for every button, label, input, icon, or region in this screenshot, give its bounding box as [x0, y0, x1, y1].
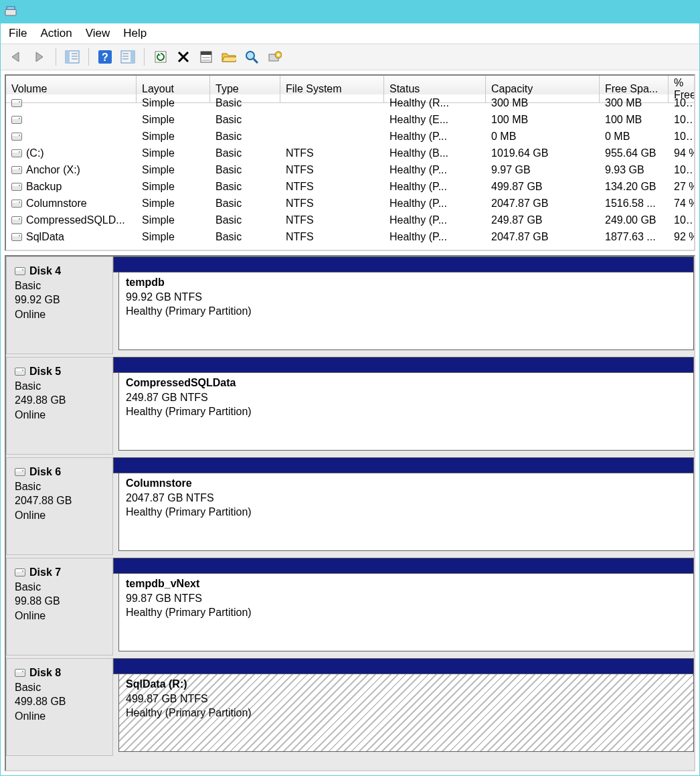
- partition-name: Columnstore: [126, 476, 687, 491]
- volume-name-cell: SqlData: [6, 231, 137, 243]
- disk-partition-bar: [113, 658, 694, 674]
- volume-name-cell: Columnstore: [6, 198, 137, 210]
- disk-type: Basic: [15, 580, 104, 595]
- volume-fs-cell: NTFS: [280, 231, 384, 243]
- volume-row[interactable]: (C:) Simple Basic NTFS Healthy (B... 101…: [6, 145, 694, 161]
- disk-status: Online: [15, 307, 104, 322]
- refresh-button[interactable]: [151, 48, 170, 66]
- svg-point-19: [246, 52, 254, 60]
- partition-name: tempdb: [126, 275, 687, 290]
- properties-button[interactable]: [197, 48, 215, 66]
- volume-capacity-cell: 0 MB: [486, 131, 600, 143]
- volume-name-cell: CompressedSQLD...: [6, 214, 137, 226]
- volume-row[interactable]: Simple Basic Healthy (E... 100 MB 100 MB…: [6, 111, 694, 128]
- disk-partition-area: Columnstore 2047.87 GB NTFS Healthy (Pri…: [113, 457, 694, 555]
- disk-title: Disk 8: [15, 666, 104, 680]
- disk-info[interactable]: Disk 8 Basic 499.88 GB Online: [6, 658, 113, 756]
- disk-info[interactable]: Disk 5 Basic 249.88 GB Online: [6, 357, 113, 455]
- svg-text:?: ?: [102, 52, 108, 63]
- disk-management-window: File Action View Help ? Volume Layout Ty…: [0, 0, 700, 776]
- disk-size: 2047.88 GB: [15, 493, 104, 508]
- volume-layout-cell: Simple: [137, 164, 210, 176]
- drive-icon: [11, 149, 22, 157]
- volume-status-cell: Healthy (P...: [384, 198, 486, 210]
- delete-button[interactable]: [174, 48, 193, 66]
- details-panel-button[interactable]: [118, 48, 137, 66]
- volume-fs-cell: NTFS: [280, 198, 384, 210]
- svg-point-23: [277, 54, 280, 56]
- volume-status-cell: Healthy (P...: [384, 131, 486, 143]
- volume-free-cell: 134.20 GB: [600, 181, 669, 193]
- show-panel-button[interactable]: [63, 48, 82, 66]
- partition-health: Healthy (Primary Partition): [126, 706, 687, 720]
- partition-box[interactable]: CompressedSQLData 249.87 GB NTFS Healthy…: [118, 373, 694, 451]
- volume-row[interactable]: Simple Basic Healthy (P... 0 MB 0 MB 100…: [6, 128, 694, 145]
- titlebar[interactable]: [1, 1, 699, 23]
- partition-size: 99.92 GB NTFS: [126, 290, 687, 305]
- volume-row[interactable]: Columnstore Simple Basic NTFS Healthy (P…: [6, 195, 694, 212]
- partition-health: Healthy (Primary Partition): [126, 605, 687, 620]
- disk-info[interactable]: Disk 7 Basic 99.88 GB Online: [6, 558, 113, 655]
- volume-name-label: (C:): [26, 147, 44, 159]
- volume-free-cell: 955.64 GB: [600, 147, 669, 159]
- volume-type-cell: Basic: [210, 231, 280, 243]
- disk-status: Online: [15, 609, 104, 623]
- volume-pct-cell: 100 %: [669, 214, 694, 226]
- volume-row[interactable]: Backup Simple Basic NTFS Healthy (P... 4…: [6, 178, 694, 195]
- disk-size: 499.88 GB: [15, 694, 104, 709]
- volume-type-cell: Basic: [210, 114, 280, 126]
- volume-row[interactable]: Anchor (X:) Simple Basic NTFS Healthy (P…: [6, 161, 694, 178]
- drive-icon: [11, 216, 22, 224]
- disk-partition-bar: [113, 357, 694, 373]
- volume-capacity-cell: 499.87 GB: [486, 181, 600, 193]
- search-button[interactable]: [242, 48, 261, 66]
- volume-status-cell: Healthy (P...: [384, 231, 486, 243]
- volume-status-cell: Healthy (P...: [384, 181, 486, 193]
- settings-button[interactable]: [265, 48, 284, 66]
- disk-info[interactable]: Disk 6 Basic 2047.88 GB Online: [6, 457, 113, 555]
- disk-partition-bar: [113, 256, 694, 273]
- volume-capacity-cell: 1019.64 GB: [486, 147, 600, 159]
- menu-view[interactable]: View: [86, 27, 110, 40]
- volume-free-cell: 0 MB: [600, 131, 669, 143]
- partition-name: SqlData (R:): [126, 677, 687, 692]
- volume-row[interactable]: CompressedSQLD... Simple Basic NTFS Heal…: [6, 212, 694, 228]
- volume-capacity-cell: 9.97 GB: [486, 164, 600, 176]
- volume-type-cell: Basic: [210, 198, 280, 210]
- disk-status: Online: [15, 508, 104, 523]
- open-button[interactable]: [220, 48, 238, 66]
- svg-rect-16: [201, 52, 211, 55]
- volume-layout-cell: Simple: [137, 97, 210, 109]
- partition-box[interactable]: Columnstore 2047.87 GB NTFS Healthy (Pri…: [118, 473, 694, 551]
- disk-info[interactable]: Disk 4 Basic 99.92 GB Online: [6, 256, 113, 354]
- help-button[interactable]: ?: [96, 48, 114, 66]
- volume-pct-cell: 94 %: [669, 147, 694, 159]
- disk-row: Disk 6 Basic 2047.88 GB Online Columnsto…: [6, 457, 694, 558]
- menu-action[interactable]: Action: [40, 27, 72, 40]
- drive-icon: [11, 233, 22, 241]
- forward-button[interactable]: [30, 48, 49, 66]
- back-button[interactable]: [7, 48, 26, 66]
- volume-name-label: CompressedSQLD...: [26, 214, 125, 226]
- disk-partition-bar: [113, 558, 694, 574]
- drive-icon: [11, 99, 22, 107]
- partition-box[interactable]: SqlData (R:) 499.87 GB NTFS Healthy (Pri…: [118, 674, 694, 752]
- disk-icon: [15, 568, 25, 576]
- volume-row[interactable]: Simple Basic Healthy (R... 300 MB 300 MB…: [6, 94, 694, 111]
- volume-row[interactable]: SqlData Simple Basic NTFS Healthy (P... …: [6, 228, 694, 245]
- partition-box[interactable]: tempdb 99.92 GB NTFS Healthy (Primary Pa…: [118, 273, 694, 350]
- disk-title: Disk 7: [15, 565, 104, 580]
- volume-pct-cell: 92 %: [669, 231, 694, 243]
- menu-help[interactable]: Help: [123, 27, 147, 40]
- volume-name-label: Backup: [26, 181, 62, 193]
- disk-title-label: Disk 8: [29, 666, 61, 680]
- volume-list-header: Volume Layout Type File System Status Ca…: [6, 76, 694, 94]
- volume-name-cell: (C:): [6, 147, 137, 159]
- partition-box[interactable]: tempdb_vNext 99.87 GB NTFS Healthy (Prim…: [118, 574, 694, 651]
- partition-size: 249.87 GB NTFS: [126, 390, 687, 405]
- menu-file[interactable]: File: [9, 27, 27, 40]
- toolbar-sep: [88, 48, 89, 66]
- volume-pct-cell: 74 %: [669, 198, 694, 210]
- volume-name-label: SqlData: [26, 231, 64, 243]
- volume-name-cell: [6, 99, 137, 107]
